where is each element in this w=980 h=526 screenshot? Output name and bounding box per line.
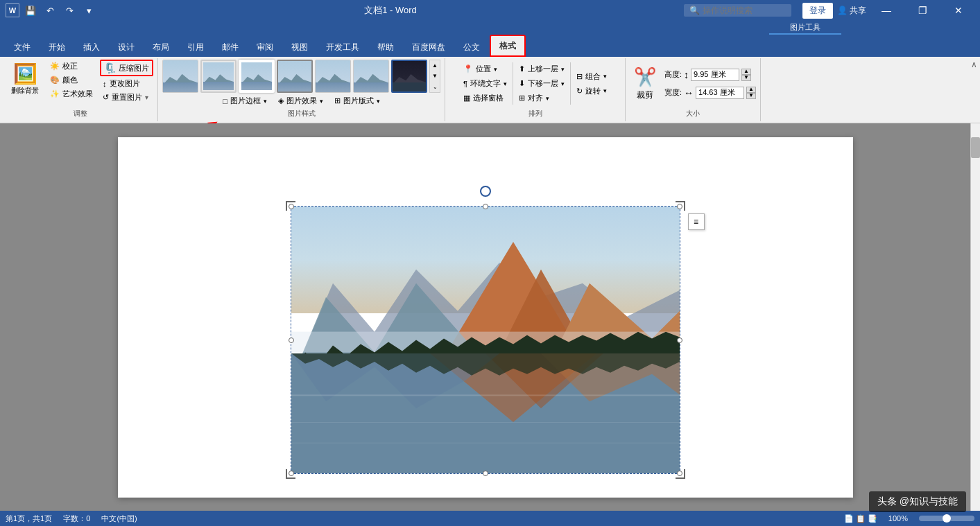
pic-style-2[interactable] xyxy=(200,60,237,93)
close-button[interactable]: ✕ xyxy=(943,0,974,21)
tab-layout[interactable]: 布局 xyxy=(144,37,178,57)
pic-effects-icon: ◈ xyxy=(278,96,284,105)
search-input[interactable] xyxy=(703,6,786,15)
adjust-small-buttons: ☀️ 校正 🎨 颜色 ✨ 艺术效果 xyxy=(47,60,96,100)
handle-middle-right[interactable] xyxy=(677,337,682,343)
view-buttons[interactable]: 📄 📋 📑 xyxy=(844,514,877,523)
handle-top-right[interactable] xyxy=(677,204,682,209)
tab-view[interactable]: 视图 xyxy=(283,37,316,57)
change-pic-button[interactable]: ↕️ 更改图片 xyxy=(100,77,153,90)
pic-style-1[interactable] xyxy=(162,60,198,93)
handle-bottom-center[interactable] xyxy=(483,471,488,476)
pic-layout-icon: ⊞ xyxy=(334,96,341,105)
pic-style-3[interactable] xyxy=(239,60,275,93)
tab-file[interactable]: 文件 xyxy=(6,37,39,57)
empty-header-space xyxy=(0,21,769,35)
tab-baidu[interactable]: 百度网盘 xyxy=(404,37,454,57)
bring-forward-icon: ⬆ xyxy=(519,64,525,73)
color-button[interactable]: 🎨 颜色 xyxy=(47,73,96,87)
pic-style-7[interactable] xyxy=(391,60,427,93)
save-quick-btn[interactable]: 💾 xyxy=(22,2,39,19)
width-down-btn[interactable]: ▼ xyxy=(746,93,756,99)
layout-options-icon: ≡ xyxy=(694,217,698,227)
handle-top-center[interactable] xyxy=(483,204,488,209)
change-pic-icon: ↕️ xyxy=(103,80,107,88)
send-backward-icon: ⬇ xyxy=(519,79,525,88)
status-bar: 第1页，共1页 字数：0 中文(中国) 📄 📋 📑 100% xyxy=(0,511,980,526)
zoom-level: 100% xyxy=(888,514,908,523)
lake-layer xyxy=(291,353,680,473)
redo-quick-btn[interactable]: ↷ xyxy=(61,2,78,19)
height-down-btn[interactable]: ▼ xyxy=(741,75,751,81)
scrollbar-thumb[interactable] xyxy=(971,137,980,158)
tab-help[interactable]: 帮助 xyxy=(369,37,402,57)
more-quick-btn[interactable]: ▾ xyxy=(80,2,97,19)
ribbon-collapse-btn[interactable]: ∧ xyxy=(971,60,977,69)
tab-gongwen[interactable]: 公文 xyxy=(455,37,488,57)
corrections-button[interactable]: ☀️ 校正 xyxy=(47,60,96,73)
restore-button[interactable]: ❐ xyxy=(906,0,938,21)
layout-options-button[interactable]: ≡ xyxy=(688,213,705,230)
more-styles-icon[interactable]: ⌄ xyxy=(433,84,438,90)
reset-pic-button[interactable]: ↺ 重置图片 ▾ xyxy=(100,91,153,104)
remove-background-button[interactable]: 🖼️ 删除背景 xyxy=(7,60,43,98)
position-button[interactable]: 📍 位置 ▾ xyxy=(461,62,510,76)
tab-home[interactable]: 开始 xyxy=(40,37,74,57)
rotate-handle[interactable] xyxy=(480,186,491,197)
image-container[interactable]: ≡ xyxy=(291,207,680,473)
compress-group: 🗜️ 压缩图片 ↕️ 更改图片 ↺ 重置图片 ▾ xyxy=(100,60,153,104)
login-button[interactable]: 登录 xyxy=(802,3,833,19)
color-icon: 🎨 xyxy=(50,76,60,85)
undo-quick-btn[interactable]: ↶ xyxy=(42,2,58,19)
content-area: ≡ xyxy=(0,123,980,511)
remove-bg-icon: 🖼️ xyxy=(13,62,37,85)
title-bar: W 💾 ↶ ↷ ▾ 文档1 - Word 🔍 登录 👤 共享 — ❐ ✕ xyxy=(0,0,980,21)
page-info: 第1页，共1页 xyxy=(6,514,52,524)
pic-style-4[interactable] xyxy=(277,60,313,93)
pic-border-button[interactable]: □ 图片边框 ▾ xyxy=(220,94,270,107)
pic-effects-button[interactable]: ◈ 图片效果 ▾ xyxy=(275,94,326,107)
pic-style-scroll[interactable]: ▲ ▼ ⌄ xyxy=(429,60,440,93)
height-input[interactable] xyxy=(691,69,739,81)
handle-bottom-left[interactable] xyxy=(289,471,294,476)
crop-icon: ✂️ xyxy=(634,67,656,88)
tab-design[interactable]: 设计 xyxy=(110,37,143,57)
width-input[interactable] xyxy=(696,87,744,99)
compress-pic-button[interactable]: 🗜️ 压缩图片 xyxy=(100,60,153,76)
minimize-button[interactable]: — xyxy=(870,0,902,21)
reset-pic-icon: ↺ xyxy=(103,93,109,102)
pic-layout-button[interactable]: ⊞ 图片版式 ▾ xyxy=(332,94,383,107)
sep2 xyxy=(570,62,571,105)
group-button[interactable]: ⊟ 组合 ▾ xyxy=(574,70,610,83)
pic-style-5[interactable] xyxy=(315,60,351,93)
pic-styles-group: ▲ ▼ ⌄ □ 图片边框 ▾ ◈ 图片效果 ▾ ⊞ xyxy=(158,58,445,121)
vertical-scrollbar[interactable] xyxy=(970,123,980,511)
crop-button[interactable]: ✂️ 裁剪 xyxy=(630,64,660,104)
group-icon: ⊟ xyxy=(576,72,583,81)
selection-pane-button[interactable]: ▦ 选择窗格 xyxy=(461,91,510,105)
wrap-text-button[interactable]: ¶ 环绕文字 ▾ xyxy=(461,77,510,90)
width-spinner: ▲ ▼ xyxy=(746,87,756,99)
rotate-button[interactable]: ↻ 旋转 ▾ xyxy=(574,85,610,98)
share-button[interactable]: 👤 共享 xyxy=(837,5,866,17)
tab-developer[interactable]: 开发工具 xyxy=(318,37,368,57)
handle-bottom-right[interactable] xyxy=(677,471,682,476)
handle-middle-left[interactable] xyxy=(289,337,294,343)
title-bar-controls: 🔍 登录 👤 共享 — ❐ ✕ xyxy=(684,0,974,21)
handle-top-left[interactable] xyxy=(289,204,294,209)
align-icon: ⊞ xyxy=(519,94,525,103)
tab-review[interactable]: 审阅 xyxy=(248,37,282,57)
tab-mailings[interactable]: 邮件 xyxy=(214,37,247,57)
zoom-slider[interactable] xyxy=(919,516,974,521)
tab-format[interactable]: 格式 xyxy=(490,35,526,57)
height-icon: ↕ xyxy=(684,69,689,80)
pic-style-6[interactable] xyxy=(353,60,389,93)
tab-insert[interactable]: 插入 xyxy=(75,37,108,57)
tab-references[interactable]: 引用 xyxy=(179,37,212,57)
height-label: 高度: xyxy=(664,69,682,80)
svg-rect-14 xyxy=(291,442,680,443)
bring-forward-button[interactable]: ⬆ 上移一层 ▾ xyxy=(516,62,567,76)
align-button[interactable]: ⊞ 对齐 ▾ xyxy=(516,91,567,105)
send-backward-button[interactable]: ⬇ 下移一层 ▾ xyxy=(516,77,567,90)
art-effects-button[interactable]: ✨ 艺术效果 xyxy=(47,87,96,100)
